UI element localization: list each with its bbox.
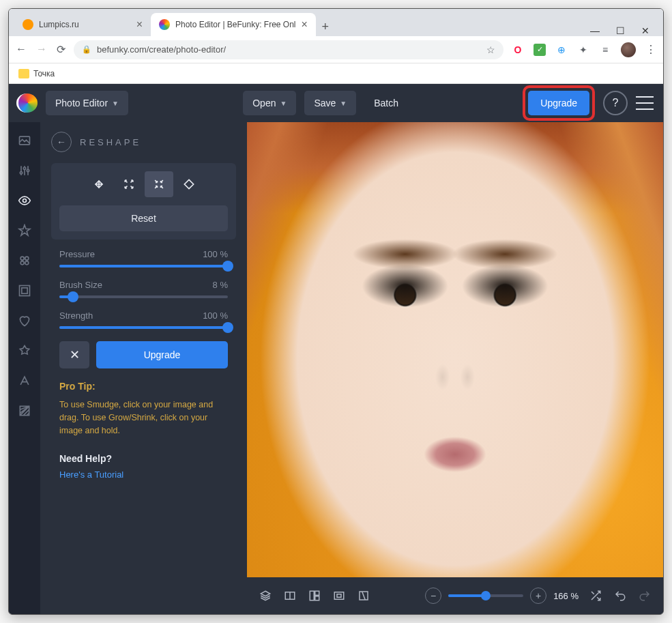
reading-list-icon[interactable]: ≡ [599, 44, 611, 56]
url-text: befunky.com/create/photo-editor/ [97, 44, 226, 55]
extension-icons: O ✓ ⊕ ✦ ≡ ⋮ [512, 42, 656, 57]
avatar[interactable] [621, 42, 636, 57]
menu-icon[interactable]: ⋮ [645, 43, 656, 56]
bottom-toolbar: − + 166 % [247, 577, 663, 614]
undo-icon[interactable] [613, 588, 628, 603]
svg-rect-15 [315, 596, 319, 600]
zoom-thumb[interactable] [481, 591, 491, 600]
befunky-logo[interactable] [16, 93, 38, 113]
compare-icon[interactable] [282, 588, 297, 603]
minimize-icon[interactable]: — [590, 25, 600, 36]
batch-label: Batch [374, 98, 398, 108]
new-tab-button[interactable]: + [316, 17, 335, 36]
shrink-tool[interactable] [145, 171, 173, 197]
app-header: Photo Editor ▼ Open ▼ Save ▼ Batch Upgra… [9, 84, 663, 122]
befunky-app: Photo Editor ▼ Open ▼ Save ▼ Batch Upgra… [9, 84, 663, 614]
upgrade-button[interactable]: Upgrade [528, 91, 589, 115]
rail-star-icon[interactable] [17, 223, 32, 238]
back-icon[interactable]: ← [16, 43, 27, 56]
check-icon[interactable]: ✓ [534, 44, 546, 56]
batch-button[interactable]: Batch [364, 91, 408, 115]
window-controls: — ☐ ✕ [576, 25, 663, 36]
rail-eye-icon[interactable] [17, 193, 32, 208]
rail-heart-icon[interactable] [17, 313, 32, 328]
save-dropdown[interactable]: Save ▼ [304, 91, 356, 115]
slider-track[interactable] [59, 295, 228, 298]
pressure-slider: Pressure 100 % [59, 249, 228, 267]
extensions-icon[interactable]: ✦ [577, 44, 589, 56]
grid-icon[interactable] [307, 588, 322, 603]
canvas-area: − + 166 % [247, 122, 663, 614]
tool-box: Reset [51, 163, 236, 240]
rail-text-icon[interactable] [17, 373, 32, 388]
svg-point-6 [25, 257, 29, 260]
slider-track[interactable] [59, 326, 228, 329]
reshape-panel: ← RESHAPE Reset [40, 122, 247, 614]
strength-slider: Strength 100 % [59, 310, 228, 329]
fullscreen-icon[interactable] [356, 588, 371, 603]
url-field[interactable]: 🔒 befunky.com/create/photo-editor/ ☆ [74, 40, 503, 59]
slider-label: Brush Size [59, 280, 102, 290]
svg-rect-17 [337, 594, 341, 598]
app-body: ← RESHAPE Reset [9, 122, 663, 614]
svg-point-2 [23, 167, 25, 169]
tab-lumpics[interactable]: Lumpics.ru × [14, 13, 151, 36]
close-window-icon[interactable]: ✕ [641, 25, 649, 36]
shuffle-icon[interactable] [588, 588, 603, 603]
zoom-value: 166 % [553, 591, 579, 601]
photo-canvas[interactable] [247, 122, 663, 577]
product-dropdown[interactable]: Photo Editor ▼ [46, 91, 128, 115]
nav-arrows: ← → ⟳ [16, 43, 65, 56]
zoom-slider[interactable] [448, 594, 523, 597]
panel-upgrade-button[interactable]: Upgrade [96, 341, 228, 368]
rail-sliders-icon[interactable] [17, 163, 32, 178]
back-button[interactable]: ← [51, 132, 72, 152]
slider-label: Strength [59, 310, 93, 321]
tip-text: To use Smudge, click on your image and d… [59, 399, 228, 437]
svg-rect-14 [315, 591, 319, 595]
tutorial-link[interactable]: Here's a Tutorial [59, 469, 228, 480]
erase-tool[interactable] [175, 171, 203, 197]
star-icon[interactable]: ☆ [486, 44, 495, 55]
forward-icon[interactable]: → [36, 43, 47, 56]
redo-icon[interactable] [637, 588, 652, 603]
slider-value: 100 % [203, 310, 228, 321]
chevron-down-icon: ▼ [340, 100, 347, 107]
address-bar: ← → ⟳ 🔒 befunky.com/create/photo-editor/… [9, 36, 663, 63]
open-dropdown[interactable]: Open ▼ [243, 91, 296, 115]
maximize-icon[interactable]: ☐ [616, 25, 625, 36]
action-row: ✕ Upgrade [51, 341, 236, 368]
menu-button[interactable] [636, 94, 654, 112]
rail-frame-icon[interactable] [17, 283, 32, 298]
reset-button[interactable]: Reset [59, 205, 228, 231]
rail-texture-icon[interactable] [17, 403, 32, 418]
reload-icon[interactable]: ⟳ [57, 43, 65, 56]
svg-point-1 [20, 172, 22, 174]
smudge-tool[interactable] [85, 171, 113, 197]
help-title: Need Help? [59, 453, 228, 464]
slider-thumb[interactable] [222, 261, 233, 272]
zoom-in-button[interactable]: + [530, 588, 546, 604]
cancel-button[interactable]: ✕ [59, 341, 89, 368]
close-icon[interactable]: × [302, 18, 308, 31]
opera-icon[interactable]: O [512, 44, 524, 56]
fit-icon[interactable] [332, 588, 347, 603]
folder-icon [18, 69, 29, 78]
bookmark-label[interactable]: Точка [33, 69, 55, 78]
rail-graphics-icon[interactable] [17, 253, 32, 268]
slider-thumb[interactable] [68, 291, 78, 302]
slider-track[interactable] [59, 265, 228, 267]
rail-overlay-icon[interactable] [17, 343, 32, 358]
tip-title: Pro Tip: [59, 381, 228, 392]
help-button[interactable]: ? [603, 91, 628, 115]
slider-thumb[interactable] [222, 322, 233, 333]
globe-icon[interactable]: ⊕ [555, 44, 568, 56]
close-icon[interactable]: × [136, 18, 143, 31]
open-label: Open [252, 98, 276, 108]
zoom-out-button[interactable]: − [425, 588, 441, 604]
tab-befunky[interactable]: Photo Editor | BeFunky: Free Onl × [151, 13, 316, 36]
svg-rect-16 [334, 592, 344, 600]
rail-image-icon[interactable] [17, 133, 32, 148]
grow-tool[interactable] [115, 171, 143, 197]
layers-icon[interactable] [258, 588, 273, 603]
